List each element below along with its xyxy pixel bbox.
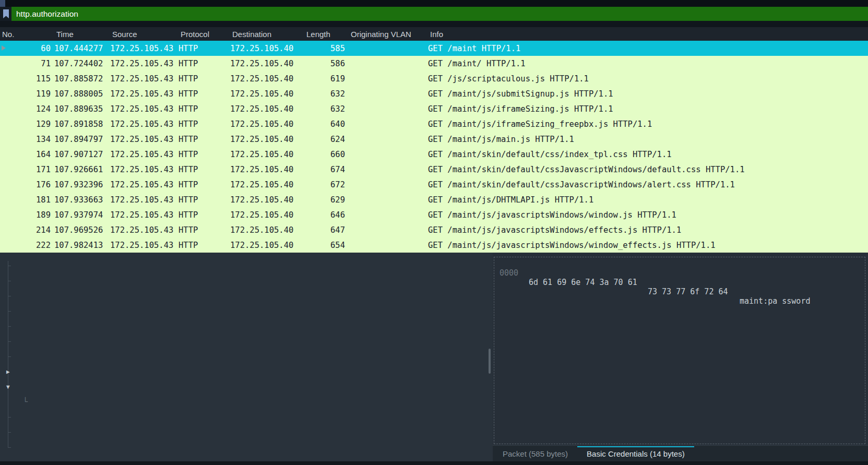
cell-source: 172.25.105.43 <box>110 150 179 159</box>
cell-no: 189 <box>0 210 54 220</box>
cell-no: 134 <box>0 135 54 144</box>
expand-toggle-icon[interactable]: ▼ <box>6 379 18 395</box>
expand-toggle-icon[interactable]: ▶ <box>6 364 18 379</box>
packet-list-header: No.TimeSourceProtocolDestinationLengthOr… <box>0 27 868 41</box>
cell-length: 660 <box>304 150 349 159</box>
table-row[interactable]: 189 107.937974 172.25.105.43 HTTP 172.25… <box>0 207 868 222</box>
bytes-tab-bar: Packet (585 bytes) Basic Credentials (14… <box>493 445 868 461</box>
cell-length: 629 <box>304 195 349 205</box>
cell-info: GET /maint/ HTTP/1.1 <box>428 59 868 68</box>
bytes-view-tab[interactable]: Packet (585 bytes) <box>500 446 571 461</box>
cell-source: 172.25.105.43 <box>110 89 179 99</box>
table-row[interactable]: 115 107.885872 172.25.105.43 HTTP 172.25… <box>0 71 868 86</box>
detail-line[interactable]: Accept-Encoding: gzip,deflate\r\n <box>0 289 493 304</box>
cell-length: 624 <box>304 135 349 144</box>
column-header[interactable]: Destination <box>230 30 304 39</box>
table-row[interactable]: 129 107.891858 172.25.105.43 HTTP 172.25… <box>0 116 868 132</box>
cell-no: 115 <box>0 74 54 84</box>
cell-length: 632 <box>304 89 349 99</box>
table-row[interactable]: 71 107.724402 172.25.105.43 HTTP 172.25.… <box>0 56 868 71</box>
detail-line[interactable]: Referer: http://172.25.105.40/user/\r\n <box>0 349 493 364</box>
column-header[interactable]: Time <box>54 30 110 39</box>
column-header[interactable]: No. <box>0 30 54 39</box>
column-header[interactable]: Length <box>304 30 349 39</box>
table-row[interactable]: 164 107.907127 172.25.105.43 HTTP 172.25… <box>0 147 868 162</box>
cell-time: 107.932396 <box>54 180 110 189</box>
details-vscrollbar-thumb[interactable] <box>489 349 491 374</box>
bookmark-icon <box>3 9 9 19</box>
detail-lines: Accept: text/html,application/xhtml+xml,… <box>0 258 493 455</box>
cell-time: 107.907127 <box>54 150 110 159</box>
hex-ascii: maint:pa ssword <box>740 296 810 306</box>
tab-label: Basic Credentials (14 bytes) <box>587 449 685 458</box>
cell-protocol: HTTP <box>179 59 230 68</box>
table-row[interactable]: 176 107.932396 172.25.105.43 HTTP 172.25… <box>0 177 868 192</box>
column-header[interactable]: Protocol <box>179 30 230 39</box>
hex-dump-row[interactable]: 0000 6d 61 69 6e 74 3a 70 61 73 73 77 6f… <box>493 259 868 315</box>
cell-info: GET /maint/js/javascriptsWindows/window_… <box>428 241 868 250</box>
detail-line[interactable]: Keep-Alive: 300\r\n <box>0 319 493 334</box>
cell-source: 172.25.105.43 <box>110 165 179 174</box>
table-row[interactable]: 124 107.889635 172.25.105.43 HTTP 172.25… <box>0 101 868 116</box>
table-row[interactable]: 134 107.894797 172.25.105.43 HTTP 172.25… <box>0 132 868 147</box>
filter-bookmark-button[interactable] <box>0 7 11 21</box>
cell-length: 586 <box>304 59 349 68</box>
cell-protocol: HTTP <box>179 44 230 53</box>
detail-line[interactable]: [Response in frame: 62] <box>0 425 493 440</box>
cell-info: GET /maint/js/javascriptsWindows/effects… <box>428 225 868 235</box>
column-header[interactable]: Originating VLAN <box>349 30 428 39</box>
hex-bytes-right: 73 73 77 6f 72 64 <box>648 287 728 296</box>
cell-protocol: HTTP <box>179 104 230 114</box>
table-row[interactable]: 119 107.888005 172.25.105.43 HTTP 172.25… <box>0 86 868 101</box>
detail-line[interactable]: ▶ Cookie: lng=en; PHPSESSID=gl8n9gi8r09l… <box>0 364 493 379</box>
cell-destination: 172.25.105.40 <box>230 135 304 144</box>
table-row[interactable]: 60 107.444277 172.25.105.43 HTTP 172.25.… <box>0 41 868 56</box>
cell-protocol: HTTP <box>179 74 230 84</box>
detail-line[interactable]: Accept-Language: en-us,en;q=0.5\r\n <box>0 273 493 289</box>
table-row[interactable]: 181 107.933663 172.25.105.43 HTTP 172.25… <box>0 192 868 207</box>
detail-line[interactable]: ▼ Authorization: Basic bWFpbnQ6cGFzc3dvc… <box>0 379 493 395</box>
cell-destination: 172.25.105.40 <box>230 150 304 159</box>
detail-line[interactable]: \r\n <box>0 410 493 425</box>
cell-no: 124 <box>0 104 54 114</box>
column-header[interactable]: Source <box>110 30 179 39</box>
display-filter-input[interactable]: http.authorization <box>11 7 868 21</box>
cell-length: 672 <box>304 180 349 189</box>
cell-no: 129 <box>0 120 54 129</box>
expand-toggle-icon[interactable]: └ <box>23 395 34 410</box>
packet-details-pane: Accept: text/html,application/xhtml+xml,… <box>0 253 493 461</box>
cell-info: GET /maint/skin/default/cssJavascriptWin… <box>428 165 868 174</box>
cell-info: GET /maint/js/iframeSizing.js HTTP/1.1 <box>428 104 868 114</box>
bytes-view-tab[interactable]: Basic Credentials (14 bytes) <box>584 446 688 461</box>
cell-info: GET /maint/js/submitSignup.js HTTP/1.1 <box>428 89 868 99</box>
cell-source: 172.25.105.43 <box>110 135 179 144</box>
cell-length: 619 <box>304 74 349 84</box>
detail-line[interactable]: Connection: keep-alive\r\n <box>0 334 493 349</box>
cell-no: 164 <box>0 150 54 159</box>
detail-line[interactable]: [Full request URI: http://172.25.105.40/… <box>0 440 493 455</box>
cell-source: 172.25.105.43 <box>110 104 179 114</box>
column-header[interactable]: Info <box>428 30 868 39</box>
cell-length: 585 <box>304 44 349 53</box>
table-row[interactable]: 171 107.926661 172.25.105.43 HTTP 172.25… <box>0 162 868 177</box>
detail-line[interactable]: └ Credentials: maint:password <box>0 395 493 410</box>
cell-destination: 172.25.105.40 <box>230 59 304 68</box>
cell-protocol: HTTP <box>179 180 230 189</box>
cell-no: 222 <box>0 241 54 250</box>
cell-length: 640 <box>304 120 349 129</box>
cell-destination: 172.25.105.40 <box>230 195 304 205</box>
cell-time: 107.982413 <box>54 241 110 250</box>
detail-line[interactable]: Accept: text/html,application/xhtml+xml,… <box>0 258 493 273</box>
cell-source: 172.25.105.43 <box>110 195 179 205</box>
cell-source: 172.25.105.43 <box>110 120 179 129</box>
cell-info: GET /js/scriptaculous.js HTTP/1.1 <box>428 74 868 84</box>
status-bar-strip <box>0 461 868 465</box>
cell-destination: 172.25.105.40 <box>230 180 304 189</box>
cell-source: 172.25.105.43 <box>110 241 179 250</box>
cell-destination: 172.25.105.40 <box>230 44 304 53</box>
cell-time: 107.891858 <box>54 120 110 129</box>
cell-time: 107.937974 <box>54 210 110 220</box>
detail-line[interactable]: Accept-Charset: ISO-8859-1,utf-8;q=0.7,*… <box>0 304 493 319</box>
table-row[interactable]: 214 107.969526 172.25.105.43 HTTP 172.25… <box>0 222 868 237</box>
table-row[interactable]: 222 107.982413 172.25.105.43 HTTP 172.25… <box>0 237 868 253</box>
